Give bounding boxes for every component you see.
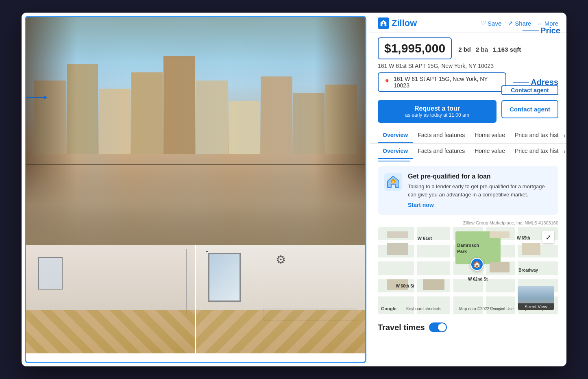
travel-times-label: Travel times xyxy=(378,323,425,332)
loan-text-content: Get pre-qualified for a loan Talking to … xyxy=(408,173,552,208)
image-annotation: Image xyxy=(25,92,47,103)
street-view-thumbnail[interactable]: Street View xyxy=(518,286,554,310)
zillow-icon xyxy=(378,17,389,29)
map-google-logo: Google xyxy=(381,306,396,311)
svg-text:$: $ xyxy=(392,181,394,184)
map-keyboard-shortcuts: Keyboard shortcuts xyxy=(406,307,441,311)
map-pin[interactable]: 🏠 xyxy=(470,258,483,271)
tab-home-value-2[interactable]: Home value xyxy=(470,144,510,159)
price-annotation: Price xyxy=(523,26,560,35)
contact-agent-annotation: Contact agent xyxy=(501,85,558,95)
loan-title: Get pre-qualified for a loan xyxy=(408,173,552,180)
toggle-knob xyxy=(438,323,446,331)
price-box: $1,995,000 xyxy=(378,37,452,59)
tabs-chevron-1: › xyxy=(563,128,566,143)
thumbnail-right[interactable]: ⚙ xyxy=(196,245,365,353)
map-section[interactable]: 🏠 Damrosch Park W 61st W 62nd St W 60th … xyxy=(378,227,558,314)
save-button[interactable]: ♡ Save xyxy=(481,20,501,27)
address-box: 📍 161 W 61 St APT 15G, New York, NY 1002… xyxy=(378,72,506,92)
heart-icon: ♡ xyxy=(481,20,486,27)
map-label-park: Damrosch xyxy=(457,243,479,248)
active-tab-underline xyxy=(378,161,410,161)
contact-agent-wrapper: Contact agent Contact agent xyxy=(501,100,558,123)
loan-description: Talking to a lender early to get pre-qua… xyxy=(408,183,552,198)
tab-facts-1[interactable]: Facts and features xyxy=(413,128,470,143)
map-background: 🏠 Damrosch Park W 61st W 62nd St W 60th … xyxy=(378,227,558,314)
street-view-label: Street View xyxy=(518,303,554,310)
map-pin-icon: 🏠 xyxy=(470,258,483,271)
tab-home-value-1[interactable]: Home value xyxy=(470,128,510,143)
chandelier-icon: ⚙ xyxy=(276,253,286,266)
map-label-park2: Park xyxy=(457,249,467,254)
location-icon: 📍 xyxy=(383,79,390,85)
tab-price-tax-1[interactable]: Price and tax hist xyxy=(510,128,563,143)
request-tour-sub: as early as today at 11:00 am xyxy=(384,112,490,118)
loan-cta-link[interactable]: Start now xyxy=(408,202,552,208)
map-label-w61: W 61st xyxy=(418,236,432,241)
image-gallery: Image xyxy=(25,16,366,363)
nav-tabs-row2: Overview Facts and features Home value P… xyxy=(370,144,566,159)
address-top: 161 W 61st St APT 15G, New York, NY 1002… xyxy=(378,63,558,69)
price-value: $1,995,000 xyxy=(384,41,445,55)
sqft-stat: 1,163 sqft xyxy=(493,46,521,53)
travel-times-section: Travel times xyxy=(370,319,566,339)
image-arrow xyxy=(25,96,47,100)
tabs-chevron-2: › xyxy=(563,144,566,159)
property-details-panel: Zillow ♡ Save ↗ Share ··· More xyxy=(370,13,566,366)
nav-tabs-row1: Overview Facts and features Home value P… xyxy=(370,128,566,144)
map-label-w60: W 60th St xyxy=(396,284,414,288)
request-tour-label: Request a tour xyxy=(384,105,490,112)
more-button[interactable]: ··· More xyxy=(538,20,558,27)
thumbnail-left[interactable] xyxy=(26,245,196,353)
tab-price-tax-2[interactable]: Price and tax hist xyxy=(510,144,563,159)
baths-stat: 2 ba xyxy=(476,46,488,53)
cta-buttons: Request a tour as early as today at 11:0… xyxy=(370,95,566,128)
map-label-w62: W 62nd St xyxy=(468,277,488,281)
more-dots-icon: ··· xyxy=(538,20,543,27)
tab-overview-2[interactable]: Overview xyxy=(378,144,413,159)
beds-stat: 2 bd xyxy=(458,46,471,53)
sqft-value: 1,163 sqft xyxy=(493,46,521,53)
share-icon: ↗ xyxy=(508,20,513,27)
contact-agent-button[interactable]: Contact agent xyxy=(501,100,558,118)
price-section: $1,995,000 Price 2 bd 2 ba xyxy=(370,33,566,71)
main-property-image[interactable] xyxy=(26,17,365,245)
loan-house-icon: $ xyxy=(384,173,402,191)
request-tour-button[interactable]: Request a tour as early as today at 11:0… xyxy=(378,100,497,123)
zillow-logo: Zillow xyxy=(378,17,417,29)
map-label-broadway: Broadway xyxy=(518,268,538,272)
travel-times-toggle[interactable] xyxy=(429,322,447,332)
tab-facts-2[interactable]: Facts and features xyxy=(413,144,470,159)
svg-point-0 xyxy=(383,22,384,24)
map-data-copyright: Map data ©2022 Google xyxy=(459,307,503,311)
property-stats: 2 bd 2 ba 1,163 sqft xyxy=(458,46,521,53)
loan-disclaimer: Zillow Group Marketplace, Inc. NMLS #130… xyxy=(370,220,566,227)
tab-overview-1[interactable]: Overview xyxy=(378,128,413,143)
zillow-wordmark: Zillow xyxy=(392,18,417,28)
thumbnail-images: ⚙ xyxy=(26,245,365,353)
map-label-w65: W 65th xyxy=(517,236,530,240)
map-expand-button[interactable]: ⤢ xyxy=(542,231,554,243)
baths-value: 2 ba xyxy=(476,46,488,53)
beds-value: 2 bd xyxy=(458,46,471,53)
address-text: 161 W 61 St APT 15G, New York, NY 10023 xyxy=(394,76,501,89)
loan-section: $ Get pre-qualified for a loan Talking t… xyxy=(378,166,558,215)
browser-window: Image xyxy=(22,13,566,366)
